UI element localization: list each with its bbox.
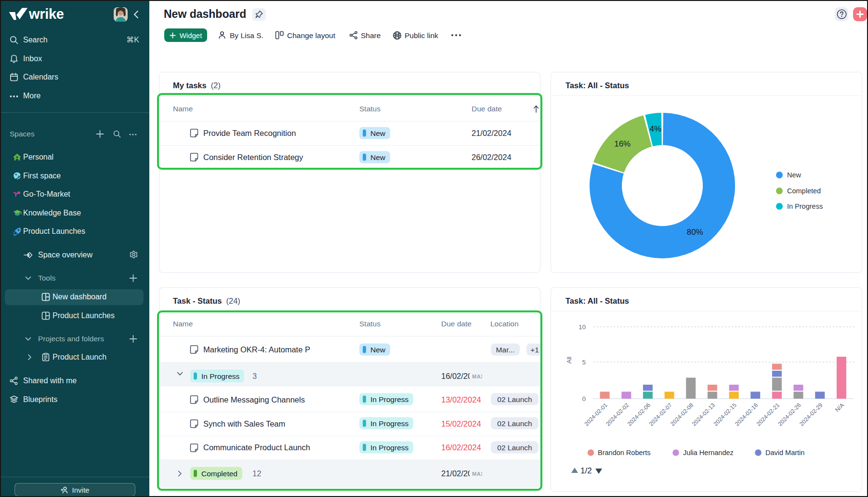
svg-text:Julia Hernandez: Julia Hernandez	[683, 449, 734, 457]
svg-text:4%: 4%	[650, 124, 662, 134]
svg-text:2024-02-29: 2024-02-29	[798, 402, 824, 428]
svg-text:16%: 16%	[614, 139, 631, 148]
svg-text:All: All	[566, 357, 573, 364]
svg-text:In Progress: In Progress	[787, 202, 823, 210]
svg-text:New: New	[787, 171, 802, 179]
svg-text:1/2: 1/2	[580, 466, 592, 475]
svg-text:Completed: Completed	[787, 187, 821, 195]
svg-text:Brandon Roberts: Brandon Roberts	[598, 449, 651, 457]
svg-text:N/A: N/A	[834, 402, 845, 413]
svg-text:David Martin: David Martin	[765, 449, 804, 457]
svg-text:80%: 80%	[687, 228, 703, 237]
svg-text:5: 5	[582, 359, 586, 366]
svg-text:10: 10	[579, 323, 586, 331]
svg-text:0: 0	[582, 395, 586, 403]
